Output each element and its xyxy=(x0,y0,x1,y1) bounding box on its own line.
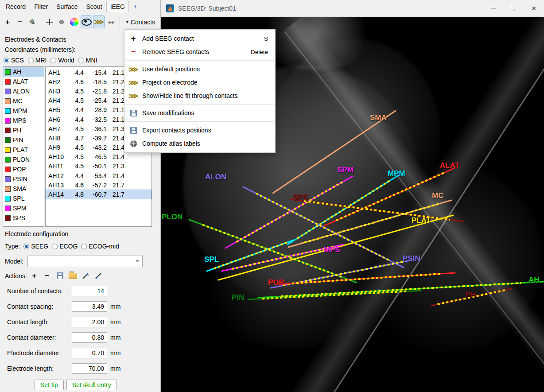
menu-item-add-seeg-contact[interactable]: +Add SEEG contactS xyxy=(124,32,275,45)
maximize-button[interactable] xyxy=(503,0,524,16)
triple-chevron-icon: ⋙ xyxy=(128,65,139,74)
menu-item-project-on-electrode[interactable]: ⋙Project on electrode xyxy=(124,76,275,89)
number-of-contacts-input[interactable] xyxy=(72,286,107,296)
open-folder-action-icon[interactable] xyxy=(67,270,78,281)
electrode-item-mps[interactable]: MPS xyxy=(3,116,44,125)
model-dropdown[interactable] xyxy=(27,256,143,267)
electrode-list[interactable]: AHALATALONMCMPMMPSPHPINPLATPLONPOPPSINSM… xyxy=(3,66,44,227)
diskette-icon xyxy=(57,272,63,279)
type-radio-ecog[interactable]: ECOG xyxy=(52,243,78,250)
plus-icon: + xyxy=(128,34,139,43)
close-button[interactable]: × xyxy=(524,0,544,16)
electrode-item-spl[interactable]: SPL xyxy=(3,194,44,203)
coord-radio-mri[interactable]: MRI xyxy=(28,57,47,64)
contact-length-label: Contact length: xyxy=(7,318,72,326)
add-electrode-icon[interactable]: + xyxy=(2,16,13,28)
show-contacts-icon[interactable]: ⋙ xyxy=(93,16,105,28)
minimize-button[interactable] xyxy=(483,0,503,16)
tab-surface[interactable]: Surface xyxy=(52,1,82,12)
electrode-line-sma[interactable] xyxy=(273,111,396,193)
atlas-glyph xyxy=(130,140,137,147)
contact-row-ah14[interactable]: AH144.8-60.721.7 xyxy=(46,190,152,199)
contact-row-ah10[interactable]: AH104.5-46.521.4 xyxy=(46,152,152,162)
show-electrodes-eye-icon[interactable] xyxy=(81,16,92,28)
electrode-item-plon[interactable]: PLON xyxy=(3,155,44,164)
remove-electrode-icon[interactable]: − xyxy=(14,16,26,28)
menu-separator xyxy=(125,60,275,61)
menu-item-export-contacts-positions[interactable]: Export contacts positions xyxy=(124,124,275,137)
electrode-item-pin[interactable]: PIN xyxy=(3,135,44,145)
electrode-item-sps[interactable]: SPS xyxy=(3,213,44,223)
config-field-row: Contact length:mm xyxy=(7,316,120,328)
set-tip-button[interactable]: Set tip xyxy=(35,380,64,390)
menu-item-use-default-positions[interactable]: ⋙Use default positions xyxy=(124,62,275,76)
coord-radio-world[interactable]: World xyxy=(51,57,74,64)
contact-diameter-input[interactable] xyxy=(72,332,107,343)
crosshair-icon[interactable] xyxy=(44,16,55,28)
electrode-diameter-input[interactable] xyxy=(72,348,107,358)
contact-spacing-label: Contact spacing: xyxy=(7,303,72,310)
contact-length-input[interactable] xyxy=(72,317,107,327)
contact-row-ah12[interactable]: AH124.4-53.421.4 xyxy=(46,171,152,180)
electrode-item-ah[interactable]: AH xyxy=(3,67,44,77)
contact-z: 21.2 xyxy=(107,88,124,95)
contact-x: 4.6 xyxy=(68,182,84,189)
electrode-item-mpm[interactable]: MPM xyxy=(3,106,44,116)
electrode-line-pop[interactable] xyxy=(278,273,455,284)
contact-label: AH11 xyxy=(46,163,68,170)
coord-radio-world-label: World xyxy=(58,57,74,64)
color-sphere-icon[interactable] xyxy=(68,16,80,28)
remove-contact-action-icon[interactable]: − xyxy=(42,270,53,281)
electrode-item-ph[interactable]: PH xyxy=(3,125,44,135)
coord-radio-mni[interactable]: MNI xyxy=(78,57,97,64)
tab-filter[interactable]: Filter xyxy=(30,1,52,12)
tab-record[interactable]: Record xyxy=(2,1,30,12)
electrode-item-plat[interactable]: PLAT xyxy=(3,145,44,155)
point-icon[interactable] xyxy=(56,16,67,28)
type-radio-seeg[interactable]: SEEG xyxy=(23,243,48,250)
tab-ieeg[interactable]: iEEG xyxy=(106,1,129,12)
menu-item-compute-atlas-labels[interactable]: Compute atlas labels xyxy=(124,137,275,150)
electrode-name: MC xyxy=(13,97,23,105)
model-label: Model: xyxy=(5,258,23,265)
contact-pair-icon[interactable]: ◆◆ xyxy=(105,16,117,28)
electrode-item-pop[interactable]: POP xyxy=(3,164,44,174)
close-icon: × xyxy=(531,4,536,12)
set-skull-entry-button[interactable]: Set skull entry xyxy=(66,380,117,390)
electrode-item-alat[interactable]: ALAT xyxy=(3,77,44,86)
type-radio-seeg-label: SEEG xyxy=(31,243,48,250)
electrode-probe-icon[interactable]: ⋔ xyxy=(27,16,38,28)
tab-plus[interactable]: + xyxy=(129,1,141,12)
electrode-color-swatch xyxy=(5,137,11,143)
save-action-icon[interactable] xyxy=(54,270,66,281)
contact-label: AH12 xyxy=(46,172,68,179)
contact-row-ah11[interactable]: AH114.5-50.121.3 xyxy=(46,162,152,171)
electrode-length-input[interactable] xyxy=(72,363,107,374)
menu-item-remove-seeg-contacts[interactable]: −Remove SEEG contactsDelete xyxy=(124,45,275,58)
electrode-item-mc[interactable]: MC xyxy=(3,96,44,106)
electrode-item-spm[interactable]: SPM xyxy=(3,203,44,213)
electrode-export-icon[interactable] xyxy=(80,270,91,281)
window-titlebar[interactable]: SEEG/3D: Subject01 × xyxy=(161,0,544,17)
coord-radio-scs[interactable]: SCS xyxy=(4,57,24,64)
tab-scout[interactable]: Scout xyxy=(82,1,106,12)
add-contact-action-icon[interactable]: + xyxy=(29,270,40,281)
contact-z: 21.4 xyxy=(107,153,124,160)
coordinates-label: Coordinates (millimeters): xyxy=(5,46,75,53)
electrode-item-alon[interactable]: ALON xyxy=(3,86,44,96)
electrode-name: PSIN xyxy=(13,175,27,182)
electrode-item-sma[interactable]: SMA xyxy=(3,184,44,194)
electrode-import-icon[interactable] xyxy=(93,270,104,281)
atlas-icon xyxy=(128,140,139,147)
menu-item-show-hide-line-fit-through-contacts[interactable]: ⋙Show/Hide line fit through contacts xyxy=(124,89,275,102)
contact-spacing-input[interactable] xyxy=(72,301,107,312)
config-field-row: Contact diameter:mm xyxy=(7,332,120,343)
electrode-line-plat[interactable] xyxy=(218,215,453,280)
folder-icon xyxy=(69,273,77,279)
contacts-menu-button[interactable]: ▾ Contacts xyxy=(123,17,159,27)
contact-y: -39.7 xyxy=(84,135,107,142)
menu-item-save-modifications[interactable]: Save modifications xyxy=(124,106,275,120)
electrode-item-psin[interactable]: PSIN xyxy=(3,174,44,184)
contact-row-ah13[interactable]: AH134.6-57.221.7 xyxy=(46,180,152,190)
type-radio-ecog-mid[interactable]: ECOG-mid xyxy=(81,243,119,250)
